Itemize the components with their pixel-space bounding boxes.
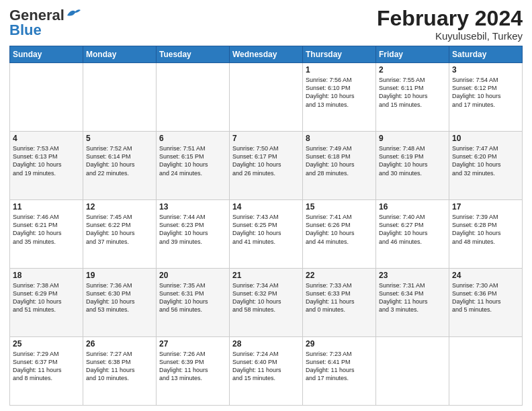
day-info: Sunrise: 7:52 AM Sunset: 6:14 PM Dayligh… <box>86 144 153 177</box>
day-info: Sunrise: 7:26 AM Sunset: 6:39 PM Dayligh… <box>159 350 226 383</box>
page: General Blue February 2024 Kuyulusebil, … <box>0 0 532 411</box>
col-monday: Monday <box>83 46 157 63</box>
day-number: 19 <box>86 271 153 280</box>
table-row: 23Sunrise: 7:31 AM Sunset: 6:34 PM Dayli… <box>376 269 449 337</box>
day-info: Sunrise: 7:39 AM Sunset: 6:28 PM Dayligh… <box>452 213 519 246</box>
day-info: Sunrise: 7:46 AM Sunset: 6:21 PM Dayligh… <box>13 213 80 246</box>
table-row: 13Sunrise: 7:44 AM Sunset: 6:23 PM Dayli… <box>157 200 230 269</box>
table-row: 24Sunrise: 7:30 AM Sunset: 6:36 PM Dayli… <box>449 269 523 337</box>
day-info: Sunrise: 7:45 AM Sunset: 6:22 PM Dayligh… <box>86 213 153 246</box>
table-row: 16Sunrise: 7:40 AM Sunset: 6:27 PM Dayli… <box>376 200 449 269</box>
calendar-week-row: 18Sunrise: 7:38 AM Sunset: 6:29 PM Dayli… <box>10 269 523 337</box>
table-row: 3Sunrise: 7:54 AM Sunset: 6:12 PM Daylig… <box>449 63 523 132</box>
day-number: 2 <box>379 65 446 75</box>
table-row <box>230 63 303 132</box>
table-row <box>157 63 230 132</box>
day-info: Sunrise: 7:27 AM Sunset: 6:38 PM Dayligh… <box>86 350 153 383</box>
day-info: Sunrise: 7:54 AM Sunset: 6:12 PM Dayligh… <box>452 76 519 109</box>
day-info: Sunrise: 7:50 AM Sunset: 6:17 PM Dayligh… <box>232 144 300 177</box>
day-number: 8 <box>306 134 373 143</box>
table-row: 6Sunrise: 7:51 AM Sunset: 6:15 PM Daylig… <box>157 132 230 200</box>
col-saturday: Saturday <box>449 46 523 63</box>
day-info: Sunrise: 7:55 AM Sunset: 6:11 PM Dayligh… <box>379 76 446 109</box>
table-row: 25Sunrise: 7:29 AM Sunset: 6:37 PM Dayli… <box>10 337 83 406</box>
day-number: 29 <box>306 339 373 349</box>
table-row: 10Sunrise: 7:47 AM Sunset: 6:20 PM Dayli… <box>449 132 523 200</box>
table-row <box>449 337 523 406</box>
table-row: 15Sunrise: 7:41 AM Sunset: 6:26 PM Dayli… <box>303 200 376 269</box>
day-info: Sunrise: 7:53 AM Sunset: 6:13 PM Dayligh… <box>13 144 80 177</box>
day-info: Sunrise: 7:29 AM Sunset: 6:37 PM Dayligh… <box>13 350 80 383</box>
day-number: 24 <box>452 271 519 280</box>
table-row: 14Sunrise: 7:43 AM Sunset: 6:25 PM Dayli… <box>230 200 303 269</box>
calendar-header-row: Sunday Monday Tuesday Wednesday Thursday… <box>10 46 523 63</box>
table-row: 9Sunrise: 7:48 AM Sunset: 6:19 PM Daylig… <box>376 132 449 200</box>
day-info: Sunrise: 7:44 AM Sunset: 6:23 PM Dayligh… <box>159 213 226 246</box>
table-row: 17Sunrise: 7:39 AM Sunset: 6:28 PM Dayli… <box>449 200 523 269</box>
table-row: 1Sunrise: 7:56 AM Sunset: 6:10 PM Daylig… <box>303 63 376 132</box>
table-row: 2Sunrise: 7:55 AM Sunset: 6:11 PM Daylig… <box>376 63 449 132</box>
header: General Blue February 2024 Kuyulusebil, … <box>9 7 523 42</box>
day-info: Sunrise: 7:48 AM Sunset: 6:19 PM Dayligh… <box>379 144 446 177</box>
day-info: Sunrise: 7:56 AM Sunset: 6:10 PM Dayligh… <box>306 76 373 109</box>
col-tuesday: Tuesday <box>157 46 230 63</box>
day-number: 27 <box>159 339 226 349</box>
day-info: Sunrise: 7:33 AM Sunset: 6:33 PM Dayligh… <box>306 281 373 314</box>
day-number: 18 <box>13 271 80 280</box>
logo-blue-text: Blue <box>9 21 42 39</box>
day-info: Sunrise: 7:36 AM Sunset: 6:30 PM Dayligh… <box>86 281 153 314</box>
table-row: 27Sunrise: 7:26 AM Sunset: 6:39 PM Dayli… <box>157 337 230 406</box>
table-row: 29Sunrise: 7:23 AM Sunset: 6:41 PM Dayli… <box>303 337 376 406</box>
calendar-subtitle: Kuyulusebil, Turkey <box>377 30 523 42</box>
table-row: 12Sunrise: 7:45 AM Sunset: 6:22 PM Dayli… <box>83 200 157 269</box>
day-number: 1 <box>306 65 373 75</box>
table-row: 19Sunrise: 7:36 AM Sunset: 6:30 PM Dayli… <box>83 269 157 337</box>
day-info: Sunrise: 7:31 AM Sunset: 6:34 PM Dayligh… <box>379 281 446 314</box>
table-row: 5Sunrise: 7:52 AM Sunset: 6:14 PM Daylig… <box>83 132 157 200</box>
table-row: 18Sunrise: 7:38 AM Sunset: 6:29 PM Dayli… <box>10 269 83 337</box>
col-friday: Friday <box>376 46 449 63</box>
calendar-week-row: 11Sunrise: 7:46 AM Sunset: 6:21 PM Dayli… <box>10 200 523 269</box>
day-number: 5 <box>86 134 153 143</box>
day-number: 4 <box>13 134 80 143</box>
day-number: 21 <box>232 271 300 280</box>
table-row: 7Sunrise: 7:50 AM Sunset: 6:17 PM Daylig… <box>230 132 303 200</box>
day-number: 6 <box>159 134 226 143</box>
title-block: February 2024 Kuyulusebil, Turkey <box>377 7 523 42</box>
day-number: 7 <box>232 134 300 143</box>
day-number: 14 <box>232 202 300 212</box>
day-number: 9 <box>379 134 446 143</box>
table-row: 8Sunrise: 7:49 AM Sunset: 6:18 PM Daylig… <box>303 132 376 200</box>
day-number: 23 <box>379 271 446 280</box>
day-info: Sunrise: 7:51 AM Sunset: 6:15 PM Dayligh… <box>159 144 226 177</box>
calendar-table: Sunday Monday Tuesday Wednesday Thursday… <box>9 46 523 406</box>
logo: General Blue <box>9 7 81 39</box>
day-number: 13 <box>159 202 226 212</box>
day-number: 28 <box>232 339 300 349</box>
table-row: 26Sunrise: 7:27 AM Sunset: 6:38 PM Dayli… <box>83 337 157 406</box>
day-number: 22 <box>306 271 373 280</box>
day-number: 26 <box>86 339 153 349</box>
table-row: 28Sunrise: 7:24 AM Sunset: 6:40 PM Dayli… <box>230 337 303 406</box>
day-info: Sunrise: 7:30 AM Sunset: 6:36 PM Dayligh… <box>452 281 519 314</box>
day-number: 15 <box>306 202 373 212</box>
day-info: Sunrise: 7:41 AM Sunset: 6:26 PM Dayligh… <box>306 213 373 246</box>
table-row: 11Sunrise: 7:46 AM Sunset: 6:21 PM Dayli… <box>10 200 83 269</box>
col-wednesday: Wednesday <box>230 46 303 63</box>
col-sunday: Sunday <box>10 46 83 63</box>
day-number: 25 <box>13 339 80 349</box>
table-row <box>376 337 449 406</box>
table-row: 4Sunrise: 7:53 AM Sunset: 6:13 PM Daylig… <box>10 132 83 200</box>
day-info: Sunrise: 7:49 AM Sunset: 6:18 PM Dayligh… <box>306 144 373 177</box>
calendar-week-row: 25Sunrise: 7:29 AM Sunset: 6:37 PM Dayli… <box>10 337 523 406</box>
day-info: Sunrise: 7:47 AM Sunset: 6:20 PM Dayligh… <box>452 144 519 177</box>
calendar-week-row: 1Sunrise: 7:56 AM Sunset: 6:10 PM Daylig… <box>10 63 523 132</box>
calendar-week-row: 4Sunrise: 7:53 AM Sunset: 6:13 PM Daylig… <box>10 132 523 200</box>
day-info: Sunrise: 7:38 AM Sunset: 6:29 PM Dayligh… <box>13 281 80 314</box>
day-number: 12 <box>86 202 153 212</box>
table-row: 21Sunrise: 7:34 AM Sunset: 6:32 PM Dayli… <box>230 269 303 337</box>
col-thursday: Thursday <box>303 46 376 63</box>
day-number: 10 <box>452 134 519 143</box>
day-info: Sunrise: 7:40 AM Sunset: 6:27 PM Dayligh… <box>379 213 446 246</box>
calendar-title: February 2024 <box>377 7 523 30</box>
